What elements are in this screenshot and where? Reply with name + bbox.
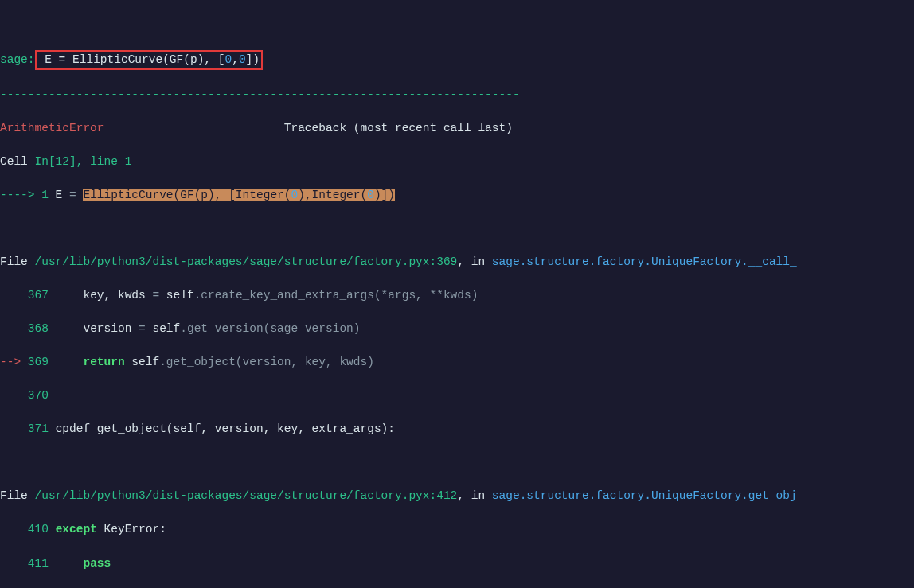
input-command-box: E = EllipticCurve(GF(p), [0,0]) [35,50,263,70]
file-frame-2: File /usr/lib/python3/dist-packages/sage… [0,488,914,504]
code-line: 367 key, kwds = self.create_key_and_extr… [0,287,914,304]
code-line: 371 cpdef get_object(self, version, key,… [0,421,914,438]
file-frame-1: File /usr/lib/python3/dist-packages/sage… [0,254,914,271]
code-line: 370 [0,387,914,404]
sage-prompt: sage: [0,53,35,66]
separator-dashes: ----------------------------------------… [0,88,520,101]
cell-line: Cell In[12], line 1 [0,154,914,170]
arrow-line-1: ----> 1 E = EllipticCurve(GF(p), [Intege… [0,187,914,204]
error-header: ArithmeticError Traceback (most recent c… [0,120,914,137]
code-line-current: --> 369 return self.get_object(version, … [0,354,914,371]
code-line: 410 except KeyError: [0,521,914,538]
code-line: 368 version = self.get_version(sage_vers… [0,321,914,337]
input-line: sage: E = EllipticCurve(GF(p), [0,0]) [0,50,914,70]
code-line: 411 pass [0,555,914,572]
